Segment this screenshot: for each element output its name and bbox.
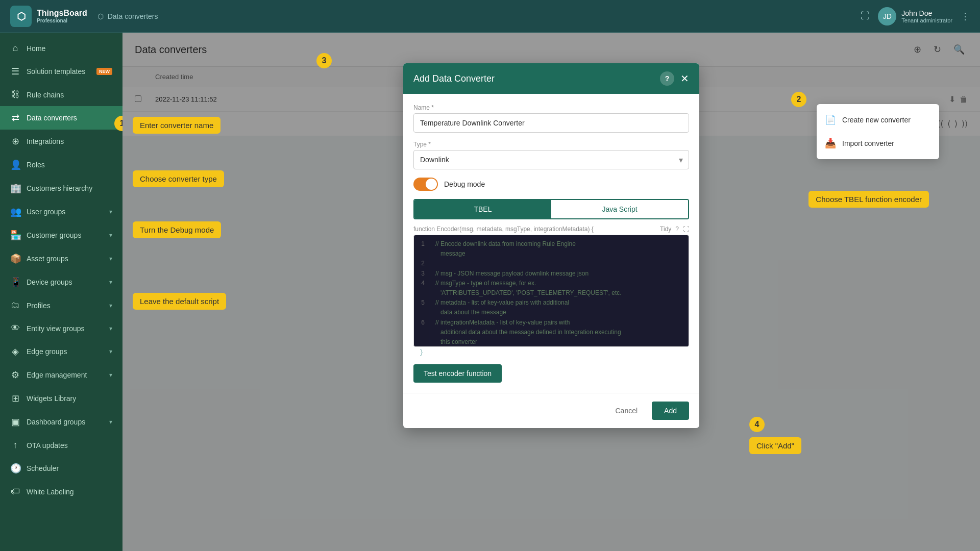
sidebar-item-label: Customers hierarchy bbox=[27, 184, 112, 192]
arrow-icon: ▾ bbox=[109, 418, 112, 425]
sidebar-item-integrations[interactable]: ⊕ Integrations bbox=[0, 130, 122, 153]
sidebar-item-label: Device groups bbox=[27, 278, 103, 286]
sidebar-item-label: Scheduler bbox=[27, 464, 112, 472]
dialog-help-button[interactable]: ? bbox=[660, 71, 674, 86]
sidebar-item-edge-management[interactable]: ⚙ Edge management ▾ bbox=[0, 363, 122, 387]
sidebar-item-white-labeling[interactable]: 🏷 White Labeling bbox=[0, 480, 122, 503]
type-select[interactable]: Downlink Uplink bbox=[413, 150, 689, 169]
debug-row: Debug mode bbox=[413, 178, 689, 191]
encoder-tabs: TBEL Java Script bbox=[413, 199, 689, 219]
cancel-button[interactable]: Cancel bbox=[607, 402, 646, 420]
dialog-header: Add Data Converter ? ✕ bbox=[403, 63, 699, 94]
sidebar-item-label: OTA updates bbox=[27, 441, 112, 449]
sidebar-item-home[interactable]: ⌂ Home bbox=[0, 37, 122, 60]
import-icon: 📥 bbox=[825, 138, 836, 149]
tidy-button[interactable]: Tidy bbox=[660, 226, 671, 233]
breadcrumb: ⬡ Data converters bbox=[97, 12, 158, 20]
user-info: JD John Doe Tenant administrator bbox=[878, 7, 952, 26]
tbel-tab[interactable]: TBEL bbox=[414, 200, 551, 218]
sidebar-item-asset-groups[interactable]: 📦 Asset groups ▾ bbox=[0, 247, 122, 270]
rule-chains-icon: ⛓ bbox=[10, 89, 20, 100]
sidebar-item-roles[interactable]: 👤 Roles bbox=[0, 153, 122, 177]
sidebar-item-label: Entity view groups bbox=[27, 324, 103, 333]
sidebar-item-label: White Labeling bbox=[27, 488, 112, 496]
sidebar-item-label: Widgets Library bbox=[27, 394, 112, 403]
create-new-icon: 📄 bbox=[825, 114, 836, 126]
device-groups-icon: 📱 bbox=[10, 277, 20, 288]
user-groups-icon: 👥 bbox=[10, 206, 20, 217]
sidebar-item-scheduler[interactable]: 🕐 Scheduler bbox=[0, 457, 122, 480]
sidebar-item-ota-updates[interactable]: ↑ OTA updates bbox=[0, 434, 122, 457]
code-header-text: function Encoder(msg, metadata, msgType,… bbox=[413, 226, 594, 233]
sidebar-item-device-groups[interactable]: 📱 Device groups ▾ bbox=[0, 270, 122, 294]
code-area-header: function Encoder(msg, metadata, msgType,… bbox=[413, 226, 689, 233]
sidebar-item-widgets-library[interactable]: ⊞ Widgets Library bbox=[0, 387, 122, 410]
sidebar-item-edge-groups[interactable]: ◈ Edge groups ▾ bbox=[0, 340, 122, 363]
test-encoder-button[interactable]: Test encoder function bbox=[413, 364, 502, 383]
step3-circle: 3 bbox=[316, 53, 332, 68]
logo-icon: ⬡ bbox=[10, 6, 32, 27]
dialog-title: Add Data Converter bbox=[413, 73, 495, 84]
customers-hierarchy-icon: 🏢 bbox=[10, 183, 20, 194]
sidebar-item-label: Rule chains bbox=[27, 91, 112, 99]
create-new-label: Create new converter bbox=[842, 116, 911, 124]
user-name: John Doe bbox=[901, 9, 952, 17]
sidebar-item-label: Solution templates bbox=[27, 67, 90, 76]
more-options-button[interactable]: ⋮ bbox=[961, 11, 970, 22]
sidebar: ⌂ Home ☰ Solution templates NEW ⛓ Rule c… bbox=[0, 33, 122, 551]
javascript-tab[interactable]: Java Script bbox=[551, 200, 688, 218]
arrow-icon: ▾ bbox=[109, 371, 112, 379]
integrations-icon: ⊕ bbox=[10, 136, 20, 147]
sidebar-item-customers-hierarchy[interactable]: 🏢 Customers hierarchy bbox=[0, 177, 122, 200]
fullscreen-button[interactable]: ⛶ bbox=[861, 11, 870, 21]
name-input[interactable] bbox=[413, 113, 689, 133]
edge-management-icon: ⚙ bbox=[10, 369, 20, 381]
add-button[interactable]: Add bbox=[652, 402, 689, 420]
sidebar-item-label: Data converters bbox=[27, 114, 112, 122]
sidebar-item-customer-groups[interactable]: 🏪 Customer groups ▾ bbox=[0, 223, 122, 247]
import-converter-item[interactable]: 📥 Import converter bbox=[817, 132, 939, 155]
app-subtitle: Professional bbox=[37, 18, 87, 23]
code-content: // Encode downlink data from incoming Ru… bbox=[429, 235, 689, 346]
avatar-initials: JD bbox=[883, 12, 892, 20]
type-label: Type * bbox=[413, 141, 689, 148]
dialog-body: Name * Type * Downlink Uplink ▾ bbox=[403, 94, 699, 393]
expand-code-button[interactable]: ⛶ bbox=[683, 226, 689, 233]
sidebar-item-entity-view-groups[interactable]: 👁 Entity view groups ▾ bbox=[0, 317, 122, 340]
click-add-annotation: Click "Add" bbox=[749, 437, 801, 454]
step4-circle: 4 bbox=[749, 417, 765, 432]
sidebar-item-profiles[interactable]: 🗂 Profiles ▾ bbox=[0, 294, 122, 317]
sidebar-item-label: Roles bbox=[27, 161, 112, 169]
create-new-converter-item[interactable]: 📄 Create new converter bbox=[817, 108, 939, 132]
dashboard-groups-icon: ▣ bbox=[10, 416, 20, 428]
code-editor[interactable]: 12345678 // Encode downlink data from in… bbox=[413, 235, 689, 347]
toggle-knob bbox=[426, 179, 437, 190]
main-content: Data converters ⊕ ↻ 🔍 Created time 2022-… bbox=[122, 33, 980, 551]
closing-brace: } bbox=[413, 347, 689, 358]
logo: ⬡ ThingsBoard Professional bbox=[10, 6, 87, 27]
user-details: John Doe Tenant administrator bbox=[901, 9, 952, 23]
sidebar-item-label: Dashboard groups bbox=[27, 418, 103, 426]
arrow-icon: ▾ bbox=[109, 208, 112, 215]
arrow-icon: ▾ bbox=[109, 302, 112, 309]
sidebar-item-rule-chains[interactable]: ⛓ Rule chains bbox=[0, 83, 122, 106]
sidebar-item-user-groups[interactable]: 👥 User groups ▾ bbox=[0, 200, 122, 223]
help-code-button[interactable]: ? bbox=[675, 226, 679, 233]
debug-toggle[interactable] bbox=[413, 178, 438, 191]
dialog-close-button[interactable]: ✕ bbox=[680, 72, 689, 85]
sidebar-item-data-converters[interactable]: ⇄ Data converters bbox=[0, 106, 122, 130]
solution-templates-icon: ☰ bbox=[10, 66, 20, 77]
sidebar-item-dashboard-groups[interactable]: ▣ Dashboard groups ▾ bbox=[0, 410, 122, 434]
create-dropdown-menu: 📄 Create new converter 📥 Import converte… bbox=[817, 104, 939, 159]
line-numbers: 12345678 bbox=[414, 235, 429, 346]
type-field: Type * Downlink Uplink ▾ bbox=[413, 141, 689, 169]
header-right: ⛶ JD John Doe Tenant administrator ⋮ bbox=[861, 7, 970, 26]
entity-view-groups-icon: 👁 bbox=[10, 323, 20, 334]
sidebar-item-label: Asset groups bbox=[27, 255, 103, 263]
profiles-icon: 🗂 bbox=[10, 300, 20, 311]
new-badge: NEW bbox=[96, 68, 112, 75]
add-converter-dialog: Add Data Converter ? ✕ Name * Typ bbox=[403, 63, 699, 428]
user-role: Tenant administrator bbox=[901, 17, 952, 23]
arrow-icon: ▾ bbox=[109, 348, 112, 355]
sidebar-item-solution-templates[interactable]: ☰ Solution templates NEW bbox=[0, 60, 122, 83]
